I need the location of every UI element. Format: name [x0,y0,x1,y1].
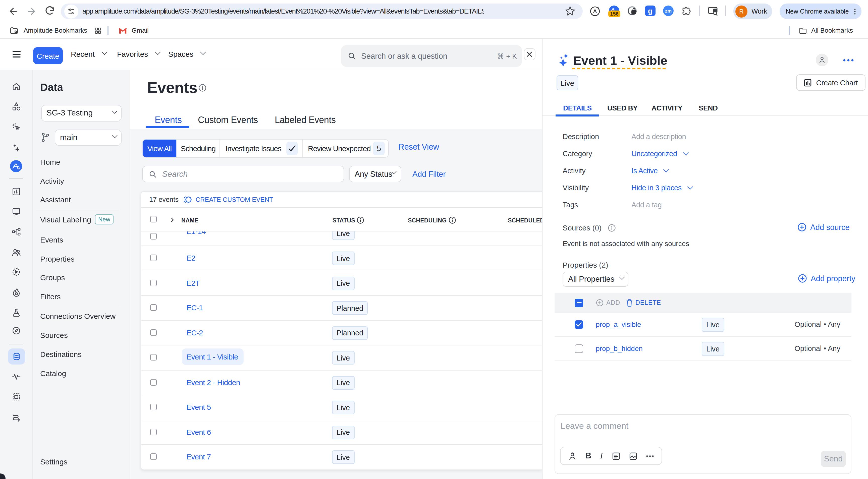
svg-text:A: A [593,8,597,14]
